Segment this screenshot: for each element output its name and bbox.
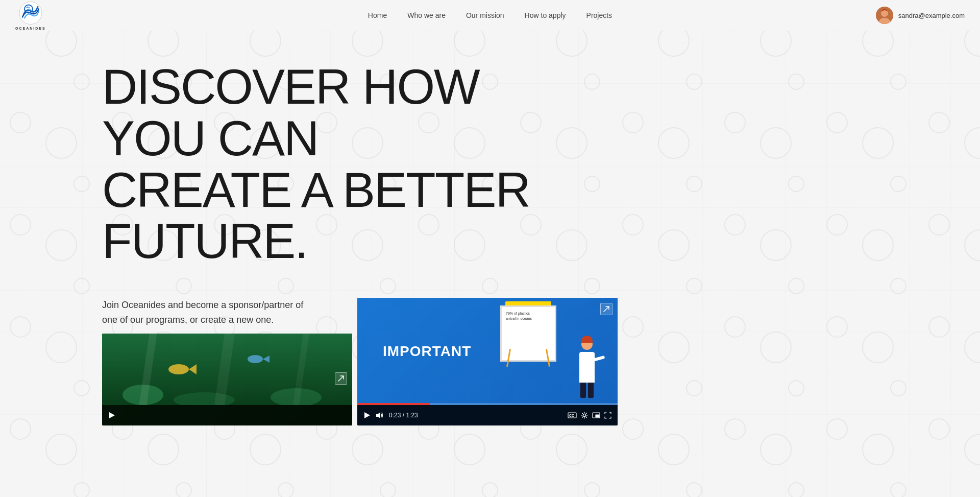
nav-links: Home Who we are Our mission How to apply… xyxy=(368,11,612,20)
fullscreen-button[interactable] xyxy=(604,412,611,419)
svg-point-18 xyxy=(248,355,263,363)
svg-marker-23 xyxy=(109,412,115,418)
person-leg-left xyxy=(580,383,586,398)
svg-marker-6 xyxy=(376,412,380,418)
hero-title: DISCOVER HOW YOU CAN CREATE A BETTER FUT… xyxy=(102,61,561,267)
bottom-video-external-link-icon[interactable] xyxy=(335,372,347,385)
user-profile[interactable]: sandra@example.com xyxy=(876,7,965,24)
bottom-play-button[interactable] xyxy=(108,412,115,419)
captions-button[interactable]: CC xyxy=(568,412,577,418)
nav-item-home[interactable]: Home xyxy=(368,11,387,20)
person-legs xyxy=(572,383,602,398)
svg-point-16 xyxy=(168,364,189,374)
settings-button[interactable] xyxy=(581,412,588,419)
bottom-video-section xyxy=(102,334,352,425)
svg-rect-11 xyxy=(596,415,599,417)
person-arm xyxy=(593,356,605,362)
whiteboard-text: 79% of plastics arrival in oceans xyxy=(506,311,551,321)
video-important-label: IMPORTANT xyxy=(383,343,471,360)
video-progress-bg[interactable] xyxy=(357,403,618,405)
navbar: OCEANIDES Home Who we are Our mission Ho… xyxy=(0,0,980,31)
video-main[interactable]: IMPORTANT 79% of plastics arrival in oce… xyxy=(357,298,618,425)
hero-description: Join Oceanides and become a sponsor/part… xyxy=(102,298,306,327)
play-button[interactable] xyxy=(363,412,371,419)
avatar xyxy=(876,7,893,24)
main-content: DISCOVER HOW YOU CAN CREATE A BETTER FUT… xyxy=(0,31,980,425)
video-external-link-icon[interactable] xyxy=(600,303,612,315)
person-head xyxy=(581,339,593,350)
person-body xyxy=(579,352,595,383)
svg-text:CC: CC xyxy=(569,414,574,417)
nav-item-projects[interactable]: Projects xyxy=(586,11,612,20)
user-email: sandra@example.com xyxy=(898,12,965,19)
video-time: 0:23 / 1:23 xyxy=(389,412,418,419)
nav-item-who-we-are[interactable]: Who we are xyxy=(407,11,446,20)
bottom-video-controls xyxy=(102,405,352,425)
whiteboard-bar xyxy=(505,301,551,305)
video-right-controls: CC xyxy=(568,412,611,419)
bottom-video-content xyxy=(102,334,352,405)
logo[interactable]: OCEANIDES xyxy=(15,1,46,30)
miniplayer-button[interactable] xyxy=(592,412,600,418)
hero-video: IMPORTANT 79% of plastics arrival in oce… xyxy=(357,298,618,425)
nav-item-our-mission[interactable]: Our mission xyxy=(466,11,504,20)
nav-item-how-to-apply[interactable]: How to apply xyxy=(525,11,566,20)
volume-button[interactable] xyxy=(376,412,384,419)
whiteboard: 79% of plastics arrival in oceans xyxy=(500,305,556,367)
logo-text: OCEANIDES xyxy=(15,27,46,30)
video-progress-fill xyxy=(357,403,430,405)
person-hair xyxy=(581,336,593,343)
svg-marker-5 xyxy=(364,412,370,418)
person-illustration xyxy=(572,339,602,405)
svg-point-9 xyxy=(583,414,586,417)
video-controls: 0:23 / 1:23 CC xyxy=(357,405,618,425)
video-content: IMPORTANT 79% of plastics arrival in oce… xyxy=(357,298,618,405)
bottom-video[interactable] xyxy=(102,334,352,425)
person-leg-right xyxy=(588,383,594,398)
